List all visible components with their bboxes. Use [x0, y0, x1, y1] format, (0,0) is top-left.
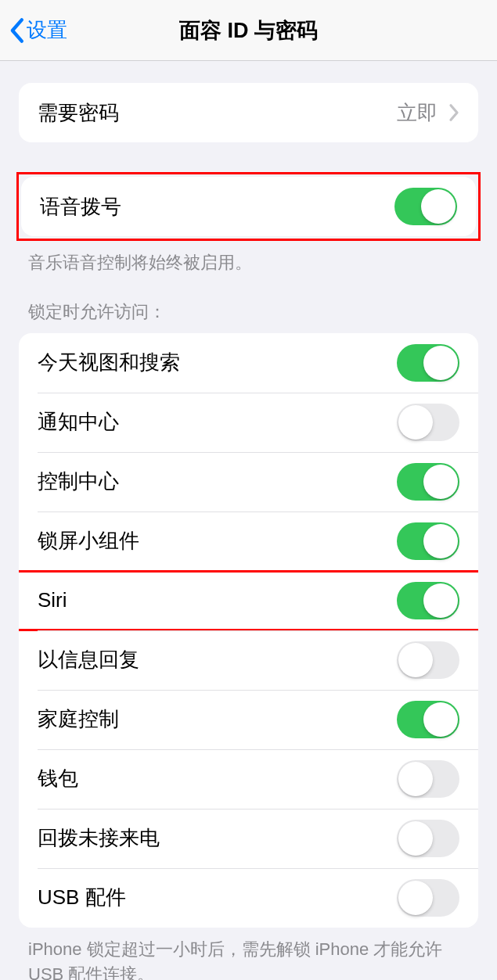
- toggle-knob: [423, 524, 458, 558]
- require-passcode-label: 需要密码: [38, 99, 119, 127]
- lock-access-label: 控制中心: [38, 468, 119, 495]
- lock-access-label: USB 配件: [38, 884, 126, 911]
- nav-bar: 设置 面容 ID 与密码: [0, 0, 497, 61]
- lock-access-label: 回拨未接来电: [38, 824, 160, 852]
- content: 需要密码 立即 语音拨号 音乐语音控制将始终被启用。 锁定时允许访问： 今天视图…: [0, 61, 497, 980]
- toggle-knob: [421, 189, 456, 224]
- toggle-knob: [423, 465, 458, 499]
- lock-access-row: 通知中心: [19, 393, 478, 452]
- lock-access-label: 锁屏小组件: [38, 527, 139, 555]
- lock-access-row: 今天视图和搜索: [19, 333, 478, 393]
- toggle-knob: [423, 346, 458, 380]
- voice-dial-footer: 音乐语音控制将始终被启用。: [0, 241, 497, 275]
- back-label: 设置: [27, 16, 67, 44]
- lock-access-row: Siri: [19, 571, 478, 630]
- toggle-knob: [423, 702, 458, 737]
- lock-access-toggle[interactable]: [397, 344, 459, 382]
- lock-access-label: Siri: [38, 588, 67, 612]
- lock-access-footer: iPhone 锁定超过一小时后，需先解锁 iPhone 才能允许 USB 配件连…: [0, 928, 497, 980]
- toggle-knob: [423, 583, 458, 618]
- toggle-knob: [398, 405, 433, 440]
- require-passcode-value: 立即: [397, 99, 438, 127]
- lock-access-toggle[interactable]: [397, 463, 459, 501]
- lock-access-row: USB 配件: [19, 868, 478, 928]
- toggle-knob: [398, 821, 433, 856]
- voice-dial-toggle[interactable]: [394, 188, 457, 225]
- voice-highlight-box: 语音拨号: [16, 172, 481, 241]
- lock-access-label: 家庭控制: [38, 705, 119, 733]
- lock-access-row: 控制中心: [19, 452, 478, 512]
- lock-access-row: 锁屏小组件: [19, 512, 478, 571]
- page-title: 面容 ID 与密码: [0, 16, 497, 45]
- lock-access-toggle[interactable]: [397, 879, 459, 917]
- lock-access-toggle[interactable]: [397, 582, 459, 619]
- voice-dial-row: 语音拨号: [21, 177, 476, 236]
- lock-access-row: 回拨未接来电: [19, 809, 478, 868]
- lock-access-toggle[interactable]: [397, 701, 459, 738]
- lock-access-label: 以信息回复: [38, 646, 139, 673]
- require-passcode-value-wrap: 立即: [397, 99, 459, 127]
- lock-access-toggle[interactable]: [397, 522, 459, 560]
- lock-access-toggle[interactable]: [397, 641, 459, 679]
- passcode-group: 需要密码 立即: [19, 83, 478, 142]
- lock-access-toggle[interactable]: [397, 820, 459, 857]
- lock-access-row: 家庭控制: [19, 690, 478, 749]
- lock-access-toggle[interactable]: [397, 404, 459, 441]
- voice-dial-label: 语音拨号: [40, 193, 121, 221]
- back-chevron-icon: [8, 17, 25, 44]
- lock-access-label: 钱包: [38, 765, 78, 792]
- lock-access-label: 今天视图和搜索: [38, 349, 180, 376]
- lock-access-group: 今天视图和搜索通知中心控制中心锁屏小组件Siri以信息回复家庭控制钱包回拨未接来…: [19, 333, 478, 928]
- lock-access-row: 以信息回复: [19, 630, 478, 690]
- require-passcode-row[interactable]: 需要密码 立即: [19, 83, 478, 142]
- lock-access-row: 钱包: [19, 749, 478, 809]
- toggle-knob: [398, 643, 433, 677]
- lock-access-toggle[interactable]: [397, 760, 459, 798]
- chevron-right-icon: [448, 103, 459, 122]
- toggle-knob: [398, 881, 433, 915]
- voice-dial-group: 语音拨号: [21, 177, 476, 236]
- back-button[interactable]: 设置: [0, 0, 67, 60]
- lock-access-header: 锁定时允许访问：: [0, 300, 497, 333]
- toggle-knob: [398, 762, 433, 796]
- lock-access-label: 通知中心: [38, 408, 119, 436]
